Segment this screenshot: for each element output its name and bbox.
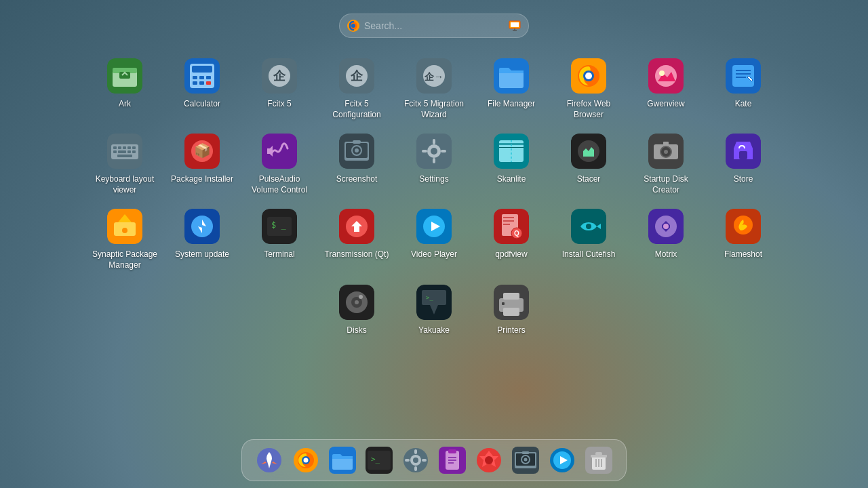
firefox-icon (347, 19, 360, 33)
app-icon-motrix (648, 209, 684, 244)
app-icon-videoplayer (416, 209, 452, 244)
svg-rect-39 (732, 65, 754, 87)
app-label-disks: Disks (347, 325, 366, 336)
svg-point-111 (586, 224, 591, 229)
app-item-store[interactable]: Store (705, 127, 782, 202)
svg-text:$ _: $ _ (271, 220, 286, 230)
app-label-store: Store (734, 174, 753, 185)
app-item-settings[interactable]: Settings (395, 127, 473, 202)
app-icon-skanlite (494, 134, 529, 169)
svg-rect-65 (353, 140, 361, 144)
svg-point-64 (355, 148, 359, 152)
svg-rect-76 (499, 147, 524, 148)
dock-item-klipper-dock[interactable] (436, 444, 469, 476)
app-item-flameshot[interactable]: Flameshot (705, 202, 782, 277)
app-label-ark: Ark (119, 99, 131, 110)
dock-item-settings-dock[interactable] (399, 444, 432, 476)
app-label-videoplayer: Video Player (411, 249, 457, 260)
dock-item-screenshot-dock[interactable] (509, 444, 542, 476)
svg-rect-52 (127, 150, 131, 153)
app-row-1: Keyboard layout viewer 📦 Package Install… (86, 127, 782, 202)
dock-item-garuda-dock[interactable] (473, 444, 505, 476)
svg-rect-13 (192, 66, 212, 73)
search-input[interactable] (364, 20, 504, 31)
app-label-terminal: Terminal (264, 249, 294, 260)
app-item-gwenview[interactable]: Gwenview (627, 52, 705, 127)
app-icon-filemanager (494, 58, 529, 94)
app-icon-screenshot (339, 134, 374, 169)
app-label-kate: Kate (735, 99, 752, 110)
app-item-keyboard[interactable]: Keyboard layout viewer (86, 127, 163, 202)
svg-rect-69 (433, 139, 435, 144)
search-bar[interactable] (339, 14, 529, 38)
svg-rect-50 (113, 150, 117, 153)
svg-rect-71 (422, 150, 427, 152)
app-item-ark[interactable]: Ark (86, 52, 163, 127)
app-item-disks[interactable]: Disks (318, 278, 395, 343)
app-item-sysupdate[interactable]: System update (163, 202, 241, 277)
app-row-0: Ark Calculator 企 Fcitx 5 企 Fcitx 5 Confi… (86, 52, 782, 127)
app-label-settings: Settings (419, 174, 448, 185)
app-label-fcitx5-migration: Fcitx 5 Migration Wizard (401, 99, 467, 120)
app-item-fcitx[interactable]: 企 Fcitx 5 (241, 52, 318, 127)
app-icon-stacer (571, 134, 606, 169)
app-label-package: Package Installer (171, 174, 233, 185)
app-icon-ark (107, 58, 142, 94)
dock-item-media-dock[interactable] (546, 444, 578, 476)
app-row-3: Disks >_ Yakuake Printers (318, 278, 550, 343)
app-item-printers[interactable]: Printers (473, 278, 550, 343)
app-label-motrix: Motrix (655, 249, 677, 260)
app-item-firefox[interactable]: Firefox Web Browser (550, 52, 627, 127)
app-item-qpdfview[interactable]: Q qpdfview (473, 202, 550, 277)
app-item-stacer[interactable]: Stacer (550, 127, 627, 202)
dock-item-trash-dock[interactable] (583, 444, 615, 476)
app-item-kate[interactable]: Kate (705, 52, 782, 127)
app-item-videoplayer[interactable]: Video Player (395, 202, 473, 277)
app-icon-fcitx: 企 (262, 58, 297, 94)
svg-rect-4 (511, 22, 519, 27)
app-item-package[interactable]: 📦 Package Installer (163, 127, 241, 202)
app-item-startup[interactable]: Startup Disk Creator (627, 127, 705, 202)
app-item-transmission[interactable]: Transmission (Qt) (318, 202, 395, 277)
app-label-startup: Startup Disk Creator (633, 174, 699, 195)
svg-rect-19 (206, 81, 211, 85)
svg-rect-162 (522, 451, 529, 454)
app-item-synaptic[interactable]: Synaptic Package Manager (86, 202, 163, 277)
app-item-filemanager[interactable]: File Manager (473, 52, 550, 127)
svg-point-115 (663, 224, 669, 229)
app-row-2: Synaptic Package Manager System update $… (86, 202, 782, 277)
app-icon-yakuake: >_ (416, 285, 452, 320)
dock-item-terminal-dock[interactable]: >_ (363, 444, 395, 476)
svg-rect-151 (448, 449, 456, 453)
svg-point-37 (659, 70, 665, 76)
app-item-fcitx5-migration[interactable]: 企→ Fcitx 5 Migration Wizard (395, 52, 473, 127)
svg-text:企: 企 (273, 69, 286, 83)
app-item-terminal[interactable]: $ _ Terminal (241, 202, 318, 277)
svg-point-92 (191, 216, 213, 237)
app-icon-flameshot (726, 209, 761, 244)
svg-text:企: 企 (350, 69, 363, 83)
app-item-skanlite[interactable]: Skanlite (473, 127, 550, 202)
app-item-fcitx5-config[interactable]: 企 Fcitx 5 Configuration (318, 52, 395, 127)
app-item-calculator[interactable]: Calculator (163, 52, 241, 127)
app-item-pulseaudio[interactable]: PulseAudio Volume Control (241, 127, 318, 202)
svg-rect-130 (503, 308, 519, 316)
dock-item-rocket[interactable] (253, 444, 285, 476)
dock-item-files-dock[interactable] (326, 444, 359, 476)
svg-rect-131 (502, 302, 505, 305)
app-label-flameshot: Flameshot (724, 249, 762, 260)
svg-point-90 (122, 228, 127, 233)
app-label-pulseaudio: PulseAudio Volume Control (246, 174, 313, 195)
app-item-motrix[interactable]: Motrix (627, 202, 705, 277)
app-icon-sysupdate (184, 209, 220, 244)
app-icon-calculator (184, 58, 220, 94)
app-item-yakuake[interactable]: >_ Yakuake (395, 278, 473, 343)
app-item-cutefish[interactable]: Install Cutefish (550, 202, 627, 277)
app-icon-fcitx5-config: 企 (339, 58, 374, 94)
dock-item-firefox-dock[interactable] (290, 444, 322, 476)
app-icon-printers (494, 285, 529, 320)
app-icon-firefox (571, 58, 606, 94)
app-icon-settings (416, 134, 452, 169)
app-item-screenshot[interactable]: Screenshot (318, 127, 395, 202)
app-label-stacer: Stacer (577, 174, 601, 185)
